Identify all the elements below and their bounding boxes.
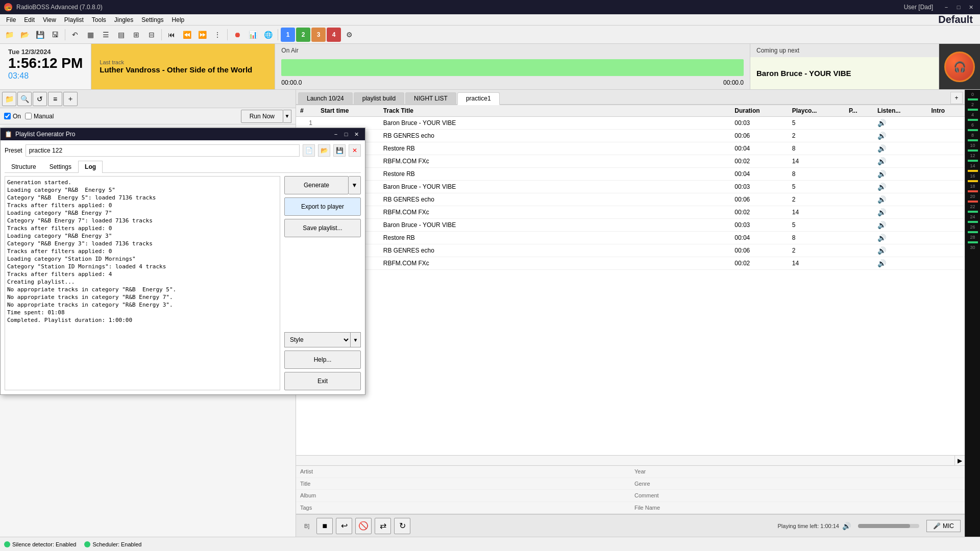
pg-maximize-button[interactable]: □ [341,130,351,139]
horizontal-scrollbar-area: ▶ [296,455,965,465]
menu-playlist[interactable]: Playlist [60,15,88,24]
table-row[interactable]: 4 RBFM.COM FXc 00:02 14 🔊 [296,155,965,168]
table-row[interactable]: 8 RBFM.COM FXc 00:02 14 🔊 [296,206,965,219]
ch1-button[interactable]: 1 [281,28,295,42]
view5-button[interactable]: ⊟ [144,28,159,42]
h-scroll-right[interactable]: ▶ [954,456,965,465]
preset-input[interactable] [26,144,300,157]
mic-button[interactable]: 🎤 MIC [926,520,961,532]
table-row[interactable]: 9 Baron Bruce - YOUR VIBE 00:03 5 🔊 [296,219,965,232]
on-checkbox[interactable] [4,113,11,119]
menu-view[interactable]: View [39,15,60,24]
pg-minimize-button[interactable]: − [331,130,340,139]
tab-launch[interactable]: Launch 10/24 [298,92,353,104]
levels-button[interactable]: 📊 [246,28,260,42]
manual-checkbox-label[interactable]: Manual [25,113,54,120]
menu-edit[interactable]: Edit [20,15,39,24]
style-select[interactable]: Style [284,332,351,347]
pg-tab-structure[interactable]: Structure [5,161,43,172]
stop-button[interactable]: ■ [316,518,333,534]
cell-duration: 00:03 [730,117,788,130]
generate-arrow-button[interactable]: ▼ [349,176,361,194]
preset-save-button[interactable]: 💾 [333,144,346,157]
forward-button[interactable]: ⏩ [195,28,209,42]
queue-button[interactable]: ⋮ [210,28,225,42]
skip-button[interactable]: 🚫 [355,518,372,534]
table-row[interactable]: 12 RBFM.COM FXc 00:02 14 🔊 [296,257,965,270]
help-button[interactable]: Help... [284,350,361,369]
export-to-player-button[interactable]: Export to player [284,197,361,216]
tab-night-list[interactable]: NIGHT LIST [405,92,456,104]
log-line-9: Category "R&B Energy 3": loaded 7136 tra… [7,240,278,247]
table-row[interactable]: 6 Baron Bruce - YOUR VIBE 00:03 5 🔊 [296,181,965,193]
browser-button[interactable]: 🌐 [261,28,275,42]
rewind-button[interactable]: ⏪ [180,28,194,42]
open-folder-button[interactable]: 📁 [2,28,16,42]
preset-new-button[interactable]: 📄 [303,144,315,157]
cell-duration: 00:03 [730,219,788,232]
table-row[interactable]: 11 RB GENRES echo 00:06 2 🔊 [296,244,965,257]
table-row[interactable]: 1 Baron Bruce - YOUR VIBE 00:03 5 🔊 [296,117,965,130]
manual-checkbox[interactable] [25,113,32,119]
add-btn[interactable]: ＋ [63,92,78,106]
maximize-button[interactable]: □ [953,2,964,12]
toolbar-sep-4 [278,29,278,40]
table-row[interactable]: 7 RB GENRES echo 00:06 2 🔊 [296,193,965,206]
title-label: Title [300,481,326,487]
playlist-table[interactable]: # Start time Track Title Duration Playco… [296,105,965,455]
view4-button[interactable]: ⊞ [129,28,143,42]
on-checkbox-label[interactable]: On [4,113,21,120]
playlist-view-button[interactable]: ▦ [83,28,97,42]
menu-file[interactable]: File [2,15,20,24]
settings-button[interactable]: ⚙ [342,28,356,42]
save-playlist-button[interactable]: Save playlist... [284,219,361,237]
run-now-button[interactable]: Run Now [241,110,283,123]
preset-delete-button[interactable]: ✕ [349,144,361,157]
pg-log[interactable]: Generation started. Loading category "R&… [5,176,280,390]
ch4-button[interactable]: 4 [327,28,341,42]
col-view-button[interactable]: ☰ [99,28,113,42]
view3-button[interactable]: ▤ [114,28,128,42]
table-row[interactable]: 3 Restore RB 00:04 8 🔊 [296,142,965,155]
tab-playlist-build[interactable]: playlist build [354,92,404,104]
menu-tools[interactable]: Tools [88,15,110,24]
record-button[interactable]: ⏺ [230,28,244,42]
ch2-button[interactable]: 2 [296,28,310,42]
volume-progress[interactable] [858,524,919,528]
vu-16: 16 [970,173,975,179]
menu-jingles[interactable]: Jingles [110,15,137,24]
shuffle-button[interactable]: ⇄ [375,518,391,534]
exit-button[interactable]: Exit [284,372,361,390]
h-scroll-track[interactable] [296,456,954,465]
ch3-button[interactable]: 3 [311,28,326,42]
refresh-btn[interactable]: ↺ [33,92,47,106]
tab-add-button[interactable]: + [950,92,963,104]
cell-p [845,168,873,181]
list-view-btn[interactable]: ≡ [48,92,62,106]
run-now-arrow[interactable]: ▼ [283,110,291,123]
prev-button[interactable]: ⏮ [164,28,179,42]
tab-practice1[interactable]: practice1 [457,92,500,105]
undo-button[interactable]: ↶ [68,28,82,42]
cell-title: RBFM.COM FXc [379,206,730,219]
open-button[interactable]: 📂 [17,28,32,42]
preset-open-button[interactable]: 📂 [318,144,330,157]
menu-settings[interactable]: Settings [137,15,167,24]
menu-help[interactable]: Help [168,15,189,24]
back-button[interactable]: ↩ [336,518,352,534]
pg-close-button[interactable]: ✕ [352,130,361,139]
search-btn[interactable]: 🔍 [17,92,32,106]
save-button[interactable]: 💾 [33,28,47,42]
repeat-button[interactable]: ↻ [394,518,410,534]
style-arrow[interactable]: ▼ [351,332,361,347]
table-row[interactable]: 5 Restore RB 00:04 8 🔊 [296,168,965,181]
generate-button[interactable]: Generate [284,176,349,194]
save-as-button[interactable]: 🖫 [48,28,62,42]
folder-btn[interactable]: 📁 [2,92,16,106]
table-row[interactable]: 10 Restore RB 00:04 8 🔊 [296,232,965,244]
table-row[interactable]: 2 RB GENRES echo 00:06 2 🔊 [296,130,965,142]
pg-tab-settings[interactable]: Settings [43,161,78,172]
close-button[interactable]: ✕ [966,2,976,12]
pg-tab-log[interactable]: Log [78,161,103,173]
minimize-button[interactable]: − [941,2,951,12]
